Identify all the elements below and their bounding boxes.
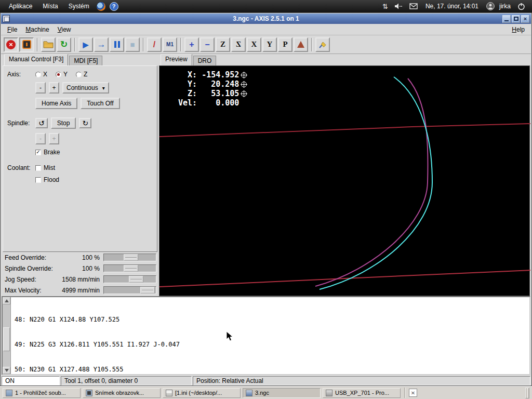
jog-plus-button[interactable]: +	[49, 82, 59, 94]
machine-power-button[interactable]	[19, 37, 34, 52]
jog-minus-button[interactable]: -	[35, 82, 46, 94]
menu-view[interactable]: View	[54, 24, 75, 35]
slider-thumb[interactable]	[129, 276, 143, 283]
jog-speed-slider[interactable]	[103, 275, 156, 283]
clear-plot-button[interactable]	[315, 37, 330, 52]
help-icon[interactable]: ?	[110, 2, 118, 11]
estop-button[interactable]: ×	[4, 37, 18, 52]
stop-button[interactable]: ■	[125, 37, 140, 52]
slider-thumb[interactable]	[124, 254, 138, 261]
taskbar-item-text-editor[interactable]: [1.ini (~/desktop/...	[163, 388, 241, 398]
axis-x-radio[interactable]: X	[35, 71, 47, 78]
spindle-slower-button[interactable]: -	[35, 133, 46, 144]
max-velocity-slider[interactable]	[103, 286, 156, 294]
task-label: 3.ngc	[255, 390, 269, 396]
taskbar-item-axis[interactable]: 3.ngc	[243, 388, 321, 398]
preview-tabbar: Preview DRO	[159, 54, 530, 65]
power-icon[interactable]	[517, 3, 525, 10]
spindle-stop-button[interactable]: Stop	[51, 117, 76, 129]
applications-menu[interactable]: Aplikace	[4, 1, 37, 11]
tab-dro[interactable]: DRO	[193, 56, 217, 65]
feed-override-label: Feed Override:	[3, 254, 46, 261]
view-z-button[interactable]: Z	[216, 37, 230, 52]
user-icon[interactable]	[486, 2, 495, 10]
places-menu[interactable]: Místa	[38, 1, 62, 11]
close-button[interactable]: ×	[521, 15, 529, 23]
view-x-button[interactable]: X	[247, 37, 261, 52]
username[interactable]: jirka	[499, 3, 511, 10]
spindle-cw-button[interactable]: ↻	[79, 118, 91, 128]
zoom-out-icon: −	[205, 40, 209, 49]
flood-checkbox[interactable]: Flood	[35, 176, 59, 183]
skip-lines-button[interactable]: /	[147, 37, 162, 52]
tab-manual-control[interactable]: Manual Control [F3]	[4, 54, 68, 65]
scrollbar-thumb[interactable]	[3, 327, 10, 351]
axis-label: Axis:	[7, 71, 32, 78]
step-button[interactable]: →	[94, 37, 109, 52]
dro-vel-row: Vel: 0.000	[178, 98, 247, 108]
scroll-down-button[interactable]	[3, 367, 10, 374]
home-axis-button[interactable]: Home Axis	[35, 98, 77, 109]
zoom-in-button[interactable]: +	[184, 37, 199, 52]
feed-override-slider[interactable]	[103, 254, 156, 261]
gcode-line[interactable]: 50:N230 G1 X127.488 Y105.555	[15, 365, 180, 374]
taskbar-item-file-browser[interactable]: 1 - Prohlížeč soub...	[3, 388, 81, 398]
menu-file[interactable]: File	[3, 24, 21, 35]
touch-off-button[interactable]: Touch Off	[81, 98, 119, 109]
gcode-line[interactable]: 48:N220 G1 X124.88 Y107.525	[15, 315, 180, 324]
view-y-button[interactable]: Y	[262, 37, 277, 52]
tab-preview[interactable]: Preview	[161, 54, 192, 65]
axis-y-radio[interactable]: Y	[56, 71, 68, 78]
zoom-out-button[interactable]: −	[200, 37, 215, 52]
max-velocity-value: 4999 mm/min	[62, 287, 103, 294]
slider-thumb[interactable]	[140, 287, 155, 294]
taskbar-item-usb[interactable]: USB_XP_701 - Pro...	[323, 388, 401, 398]
open-file-button[interactable]	[41, 37, 56, 52]
feed-override-row: Feed Override: 100 %	[3, 252, 157, 263]
statusbar: ON Tool 1, offset 0, diameter 0 Position…	[2, 376, 530, 385]
view-p-button[interactable]: P	[278, 37, 292, 52]
rotate-view-button[interactable]	[294, 37, 308, 52]
minimize-icon	[504, 20, 509, 21]
spindle-faster-button[interactable]: +	[49, 133, 59, 144]
task-label: 1 - Prohlížeč soub...	[15, 390, 66, 396]
view-z-back-button[interactable]: Z	[231, 37, 246, 52]
menu-machine[interactable]: Machine	[21, 24, 53, 35]
pause-button[interactable]	[110, 37, 124, 52]
spindle-label: Spindle:	[7, 119, 32, 127]
brush-icon	[318, 40, 327, 49]
slider-thumb[interactable]	[124, 265, 138, 272]
system-menu[interactable]: Systém	[64, 1, 94, 11]
maximize-button[interactable]	[512, 15, 520, 23]
jog-mode-select[interactable]: Continuous ▾	[62, 82, 109, 94]
updown-arrows-icon[interactable]: ⇅	[382, 3, 388, 10]
spindle-ccw-button[interactable]: ↺	[35, 118, 48, 128]
axis-z-radio[interactable]: Z	[76, 71, 87, 78]
dro-x-row: X: -154.952	[178, 70, 247, 79]
titlebar[interactable]: 3.ngc - AXIS 2.5.1 on 1 ×	[1, 14, 531, 24]
optional-pause-button[interactable]: M1	[163, 37, 177, 52]
spindle-override-slider[interactable]	[103, 264, 156, 272]
minimize-button[interactable]	[502, 15, 511, 23]
tray-icon[interactable]: ✕	[409, 389, 417, 397]
brake-checkbox[interactable]: Brake	[35, 149, 60, 156]
text-editor-icon	[166, 390, 172, 396]
x-view-icon: X	[251, 40, 257, 49]
volume-icon[interactable]	[394, 3, 403, 10]
firefox-icon[interactable]	[97, 2, 105, 11]
tab-mdi[interactable]: MDI [F5]	[69, 56, 102, 65]
reload-file-button[interactable]: ↻	[57, 37, 71, 52]
taskbar-item-screenshot[interactable]: Snímek obrazovk...	[83, 388, 161, 398]
scroll-up-button[interactable]	[3, 297, 10, 304]
menu-help[interactable]: Help	[508, 24, 529, 35]
checkbox-icon	[35, 165, 41, 171]
run-button[interactable]: ▶	[78, 37, 93, 52]
gcode-scrollbar[interactable]	[3, 297, 11, 374]
clock[interactable]: Ne, 17. únor, 14:01	[425, 3, 478, 10]
gcode-line[interactable]: 49:N225 G3 X126.811 Y105.551 I1.927 J-0.…	[15, 340, 180, 349]
panel-handle[interactable]	[525, 388, 529, 398]
preview-canvas[interactable]: X: -154.952 Y: 20.248 Z: 53.105	[159, 65, 530, 296]
m1-icon: M1	[166, 42, 174, 47]
mist-checkbox[interactable]: Mist	[35, 164, 59, 171]
mail-icon[interactable]	[409, 3, 418, 9]
